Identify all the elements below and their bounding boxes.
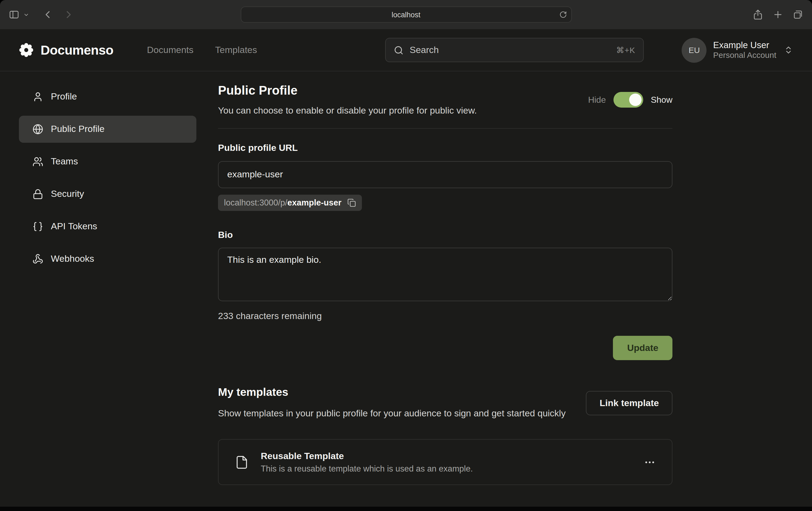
sidebar-item-profile[interactable]: Profile [19,83,196,110]
page-description: You can choose to enable or disable your… [218,106,477,116]
sidebar-item-webhooks[interactable]: Webhooks [19,245,196,273]
copy-icon[interactable] [347,199,356,207]
share-icon[interactable] [753,9,763,20]
sidebar-item-label: Teams [51,156,78,167]
reload-icon[interactable] [559,11,567,19]
tab-overview-icon[interactable] [792,9,803,20]
browser-right-controls [753,0,803,29]
brand-name: Documenso [40,42,113,58]
sidebar-item-label: API Tokens [51,221,97,232]
forward-icon[interactable] [63,9,75,21]
url-slug: example-user [287,198,341,207]
update-button[interactable]: Update [613,336,672,360]
new-tab-icon[interactable] [773,9,783,20]
settings-page: Profile Public Profile Teams Security [0,71,812,485]
user-icon [32,91,43,102]
globe-icon [32,124,43,134]
profile-visibility-toggle-row: Hide Show [588,92,672,108]
window-bottom-edge [0,507,812,511]
sidebar-item-label: Profile [51,91,77,102]
avatar: EU [682,37,707,62]
bio-label: Bio [218,230,672,241]
sidebar-item-api-tokens[interactable]: API Tokens [19,213,196,240]
template-row: Reusable Template This is a reusable tem… [218,439,672,485]
ellipsis-icon[interactable] [644,456,656,468]
app-window: localhost [0,0,812,511]
url-preview-text: localhost:3000/p/example-user [224,198,341,208]
switch-knob [629,94,642,106]
account-type: Personal Account [713,51,777,61]
profile-url-preview: localhost:3000/p/example-user [218,195,362,211]
sidebar-item-label: Webhooks [51,253,94,264]
braces-icon [32,221,43,232]
webhook-icon [32,253,43,264]
sidebar-item-public-profile[interactable]: Public Profile [19,116,196,143]
sidebar-item-label: Security [51,189,84,200]
template-description: This is a reusable template which is use… [261,464,632,474]
search-input[interactable]: Search ⌘+K [385,38,644,62]
sidebar-toggle-icon[interactable] [9,9,20,20]
browser-left-controls [9,9,75,21]
my-templates-header: My templates Show templates in your publ… [218,386,672,421]
search-icon [394,45,404,55]
account-menu-trigger[interactable]: EU Example User Personal Account [682,37,793,62]
address-bar-url: localhost [392,10,420,19]
address-bar[interactable]: localhost [240,6,572,23]
app-header: Documenso Documents Templates Search ⌘+K… [0,29,812,71]
brand-logo[interactable]: Documenso [19,42,113,58]
main-nav: Documents Templates [147,44,257,55]
url-prefix: localhost:3000/p/ [224,198,287,207]
my-templates-description: Show templates in your public profile fo… [218,407,566,421]
toggle-show-label: Show [651,95,672,104]
my-templates-title: My templates [218,386,566,398]
toggle-hide-label: Hide [588,95,606,104]
characters-remaining: 233 characters remaining [218,311,672,322]
chevrons-up-down-icon [784,46,793,55]
back-icon[interactable] [42,9,54,21]
profile-url-label: Public profile URL [218,143,672,154]
link-template-button[interactable]: Link template [586,391,672,415]
public-profile-settings: Public Profile You can choose to enable … [218,83,672,485]
profile-visibility-switch[interactable] [613,92,643,108]
update-row: Update [218,336,672,360]
account-name: Example User [713,39,777,51]
page-title: Public Profile [218,83,477,98]
search-shortcut: ⌘+K [616,45,635,55]
sidebar-item-security[interactable]: Security [19,181,196,208]
bio-textarea[interactable]: This is an example bio. [218,248,672,301]
sidebar-item-teams[interactable]: Teams [19,148,196,175]
sidebar-item-label: Public Profile [51,124,105,134]
users-icon [32,156,43,167]
documenso-logo-icon [19,43,33,57]
template-info: Reusable Template This is a reusable tem… [261,451,632,474]
nav-documents[interactable]: Documents [147,44,194,55]
settings-sidebar: Profile Public Profile Teams Security [19,83,196,485]
account-text: Example User Personal Account [713,39,777,61]
chevron-down-icon[interactable] [23,11,29,18]
public-profile-header: Public Profile You can choose to enable … [218,83,672,116]
divider [218,128,672,129]
browser-chrome: localhost [0,0,812,29]
nav-templates[interactable]: Templates [215,44,257,55]
file-icon [235,455,249,469]
lock-icon [32,189,43,200]
search-placeholder: Search [410,44,439,55]
profile-url-input[interactable] [218,161,672,188]
template-name: Reusable Template [261,451,632,462]
